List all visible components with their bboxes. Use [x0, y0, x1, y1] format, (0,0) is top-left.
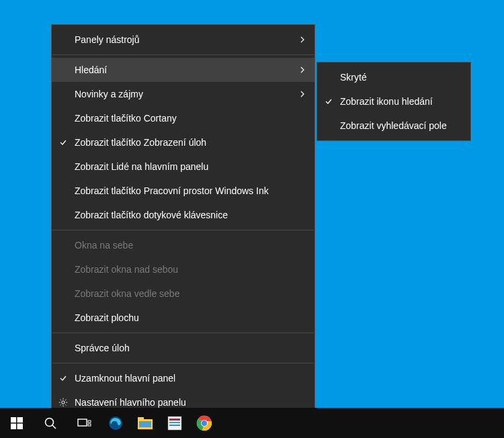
submenu-item-show-box[interactable]: Zobrazit vyhledávací pole [317, 114, 470, 138]
menu-item-people[interactable]: Zobrazit Lidé na hlavním panelu [52, 155, 314, 179]
taskbar-app-chrome[interactable] [190, 408, 219, 438]
svg-rect-10 [17, 417, 24, 423]
gear-icon [58, 398, 68, 407]
app-icon [167, 416, 182, 431]
taskview-icon [77, 417, 91, 429]
menu-item-label: Zobrazit Lidé na hlavním panelu [75, 161, 306, 172]
menu-separator [52, 363, 314, 363]
svg-rect-24 [169, 422, 180, 423]
menu-item-label: Zobrazit vyhledávací pole [340, 120, 462, 131]
menu-separator [52, 54, 314, 55]
menu-item-toolbars[interactable]: Panely nástrojů [52, 28, 314, 52]
chrome-icon [196, 415, 212, 431]
taskbar-context-menu: Panely nástrojů Hledání Novinky a zájmy … [51, 24, 315, 418]
taskbar-app-explorer[interactable] [130, 408, 160, 438]
svg-rect-9 [11, 417, 16, 423]
menu-item-windows-ink[interactable]: Zobrazit tlačítko Pracovní prostor Windo… [52, 179, 314, 203]
menu-item-cascade: Okna na sebe [52, 233, 314, 257]
menu-item-label: Zobrazit tlačítko dotykové klávesnice [75, 210, 306, 220]
svg-rect-17 [88, 424, 91, 426]
svg-line-5 [60, 400, 61, 400]
svg-line-8 [65, 400, 66, 400]
taskbar-app-edge[interactable] [101, 408, 130, 438]
menu-item-lock-taskbar[interactable]: Uzamknout hlavní panel [52, 366, 314, 390]
check-icon [324, 97, 333, 106]
menu-item-label: Panely nástrojů [75, 34, 298, 45]
folder-icon [137, 416, 153, 431]
svg-rect-15 [78, 419, 87, 426]
svg-rect-21 [139, 421, 151, 427]
windows-icon [11, 417, 23, 429]
svg-line-6 [65, 404, 66, 405]
menu-item-search[interactable]: Hledání [52, 58, 314, 82]
submenu-item-show-icon[interactable]: Zobrazit ikonu hledání [317, 89, 470, 114]
taskbar-app-generic[interactable] [160, 408, 190, 438]
taskview-button[interactable] [67, 408, 101, 438]
menu-item-show-desktop[interactable]: Zobrazit plochu [52, 306, 314, 330]
menu-item-label: Zobrazit ikonu hledání [340, 96, 462, 107]
svg-line-7 [60, 404, 61, 405]
menu-item-label: Skryté [340, 72, 462, 83]
search-button[interactable] [34, 408, 67, 438]
menu-item-stacked: Zobrazit okna nad sebou [52, 257, 314, 281]
menu-item-label: Okna na sebe [75, 240, 306, 251]
svg-rect-23 [169, 419, 180, 421]
menu-item-label: Zobrazit tlačítko Zobrazení úloh [75, 137, 306, 148]
submenu-item-hidden[interactable]: Skryté [317, 65, 470, 89]
menu-item-label: Zobrazit okna vedle sebe [75, 288, 306, 299]
menu-item-label: Novinky a zájmy [75, 89, 298, 99]
menu-item-news[interactable]: Novinky a zájmy [52, 82, 314, 106]
menu-item-taskview[interactable]: Zobrazit tlačítko Zobrazení úloh [52, 130, 314, 155]
taskbar [0, 408, 504, 438]
chevron-right-icon [298, 36, 306, 44]
svg-rect-16 [88, 421, 91, 423]
menu-item-touch-keyboard[interactable]: Zobrazit tlačítko dotykové klávesnice [52, 203, 314, 227]
check-icon [58, 374, 68, 383]
menu-separator [52, 333, 314, 333]
menu-item-task-manager[interactable]: Správce úloh [52, 336, 314, 360]
edge-icon [108, 415, 124, 431]
menu-item-label: Zobrazit tlačítko Cortany [75, 113, 306, 124]
menu-item-label: Zobrazit okna nad sebou [75, 264, 306, 275]
svg-rect-12 [17, 423, 24, 429]
menu-item-label: Hledání [75, 64, 298, 75]
menu-item-sidebyside: Zobrazit okna vedle sebe [52, 281, 314, 306]
menu-item-label: Zobrazit tlačítko Pracovní prostor Windo… [75, 185, 306, 196]
menu-item-label: Správce úloh [75, 343, 306, 353]
svg-rect-11 [11, 423, 16, 429]
menu-item-cortana[interactable]: Zobrazit tlačítko Cortany [52, 106, 314, 130]
svg-point-13 [46, 418, 54, 426]
svg-line-14 [52, 425, 56, 429]
menu-item-label: Uzamknout hlavní panel [75, 373, 306, 384]
menu-item-label: Zobrazit plochu [75, 312, 306, 323]
chevron-right-icon [298, 66, 306, 74]
svg-point-28 [202, 421, 207, 426]
start-button[interactable] [0, 408, 34, 438]
search-submenu: Skryté Zobrazit ikonu hledání Zobrazit v… [317, 62, 471, 141]
search-icon [44, 417, 57, 430]
chevron-right-icon [298, 90, 306, 98]
check-icon [58, 138, 68, 147]
svg-rect-25 [169, 425, 180, 426]
menu-separator [52, 230, 314, 230]
svg-point-0 [62, 401, 65, 404]
menu-item-label: Nastavení hlavního panelu [75, 397, 306, 408]
svg-rect-20 [138, 417, 144, 420]
